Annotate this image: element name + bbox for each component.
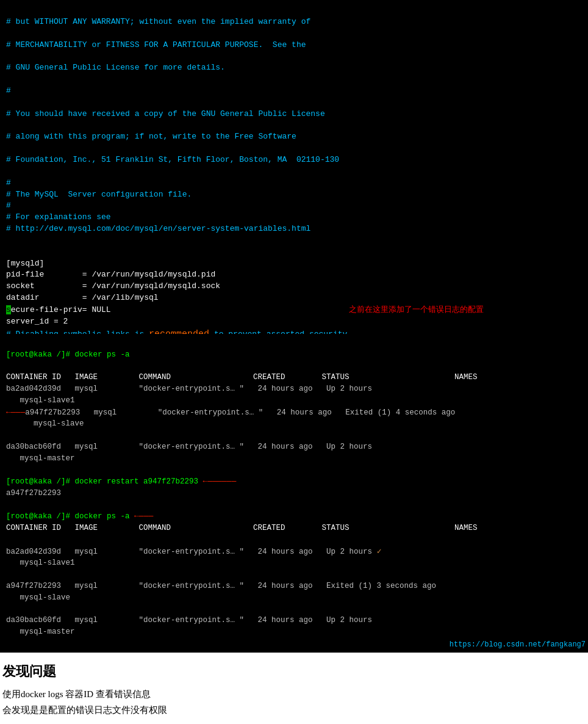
editor-secure: ecure-file-priv= NULL [11,305,111,314]
terminal-row-1a-name: mysql-slave1 [6,396,75,405]
editor-line-8: # # The MySQL Server configuration file.… [6,178,310,233]
terminal-row-2b: a947f27b2293 mysql "docker-entrypoint.s…… [6,582,459,590]
terminal-row-1a: ba2ad042d39d mysql "docker-entrypoint.s…… [6,385,459,393]
terminal-row-3b-name: mysql-master [6,628,75,636]
editor-mysqld: [mysqld] pid-file = /var/run/mysqld/mysq… [6,259,220,303]
terminal-row-3a-name: mysql-master [6,454,75,463]
terminal-arrow-3: ←——— [134,512,153,521]
section-body-line2: 会发现是是配置的错误日志文件没有权限 [2,703,586,719]
editor-cursor: s [6,305,11,314]
terminal-row-2a-name: mysql-slave [6,419,84,428]
terminal-row-3a: da30bacb60fd mysql "docker-entrypoint.s…… [6,443,459,451]
editor-terminal: # but WITHOUT ANY WARRANTY; without even… [0,0,588,357]
editor-annotation: 之前在这里添加了一个错误日志的配置 [349,305,484,314]
terminal-row-1b-name: mysql-slave1 [6,559,75,567]
terminal-prompt-1: [root@kaka /]# docker ps -a [6,350,130,359]
check-arrow: ✓ [377,547,382,556]
terminal-prompt-2: [root@kaka /]# docker restart a947f27b22… [6,477,198,486]
terminal-header-2: CONTAINER ID IMAGE COMMAND CREATED STATU… [6,524,478,532]
editor-line-3: # GNU General Public License for more de… [6,63,225,72]
terminal-footer-url: https://blog.csdn.net/fangkang7 [450,639,586,650]
section-title: 发现问题 [0,653,588,684]
editor-line-1: # but WITHOUT ANY WARRANTY; without even… [6,17,310,26]
terminal-arrow-2: ←—————— [203,477,237,486]
terminal-row-3b: da30bacb60fd mysql "docker-entrypoint.s…… [6,616,459,624]
editor-line-4: # [6,86,11,95]
terminal-prompt-3: [root@kaka /]# docker ps -a [6,512,130,521]
terminal-row-2b-name: mysql-slave [6,593,70,602]
editor-line-5: # You should have received a copy of the… [6,109,325,118]
terminal-2: [root@kaka /]# docker ps -a CONTAINER ID… [0,334,588,653]
editor-line-7: # Foundation, Inc., 51 Franklin St, Fift… [6,155,339,164]
editor-serverid: server_id = 2 [6,317,68,326]
terminal-arrow-1: ←——— [6,408,25,417]
section-body: 使用docker logs 容器ID 查看错误信息 会发现是是配置的错误日志文件… [0,684,588,720]
terminal-row-1b: ba2ad042d39d mysql "docker-entrypoint.s…… [6,548,372,556]
editor-line-2: # MERCHANTABILITY or FITNESS FOR A PARTI… [6,40,306,49]
editor-line-6: # along with this program; if not, write… [6,132,296,141]
section-body-line1: 使用docker logs 容器ID 查看错误信息 [2,687,586,703]
terminal-header-1: CONTAINER ID IMAGE COMMAND CREATED STATU… [6,373,478,382]
terminal-row-2a: a947f27b2293 mysql "docker-entrypoint.s…… [25,408,478,417]
terminal-restart-id: a947f27b2293 [6,489,61,498]
